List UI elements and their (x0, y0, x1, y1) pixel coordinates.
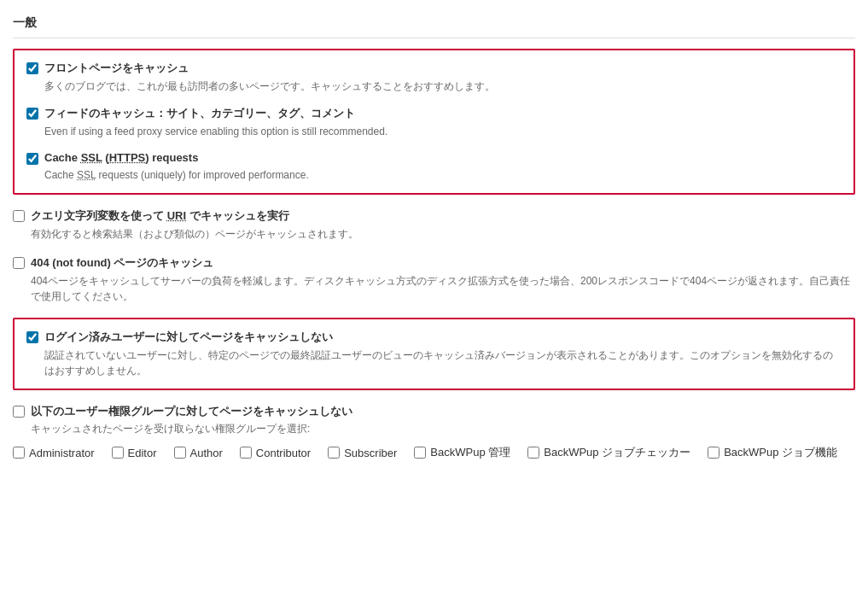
logged-in-cache-checkbox[interactable] (26, 331, 38, 343)
role-backwpup-admin-label: BackWPup 管理 (430, 445, 510, 460)
role-backwpup-worker-checkbox[interactable] (708, 447, 719, 459)
query-cache-label[interactable]: クエリ文字列変数を使って URI でキャッシュを実行 (13, 208, 855, 224)
not-found-cache-checkbox[interactable] (13, 257, 25, 269)
role-backwpup-admin-checkbox[interactable] (414, 447, 426, 459)
https-abbr: HTTPS (109, 151, 146, 164)
highlighted-group-1: フロントページをキャッシュ 多くのブログでは、これが最も訪問者の多いページです。… (13, 49, 855, 195)
not-found-cache-desc: 404ページをキャッシュしてサーバーの負荷を軽減します。ディスクキャッシュ方式の… (31, 273, 855, 304)
query-cache-text: クエリ文字列変数を使って URI でキャッシュを実行 (31, 208, 289, 224)
ssl-cache-text: Cache SSL (HTTPS) requests (44, 151, 198, 164)
logged-in-cache-text: ログイン済みユーザーに対してページをキャッシュしない (44, 330, 333, 345)
logged-in-cache-item: ログイン済みユーザーに対してページをキャッシュしない 認証されていないユーザーに… (26, 330, 842, 378)
frontpage-cache-desc: 多くのブログでは、これが最も訪問者の多いページです。キャッシュすることをおすすめ… (44, 79, 842, 94)
role-subscriber-checkbox[interactable] (328, 447, 340, 459)
logged-in-cache-desc: 認証されていないユーザーに対し、特定のページでの最終認証ユーザーのビューのキャッ… (44, 348, 842, 378)
query-cache-desc: 有効化すると検索結果（および類似の）ページがキャッシュされます。 (31, 226, 855, 242)
frontpage-cache-label[interactable]: フロントページをキャッシュ (26, 61, 842, 76)
query-cache-group: クエリ文字列変数を使って URI でキャッシュを実行 有効化すると検索結果（およ… (13, 208, 855, 242)
role-subscriber: Subscriber (328, 445, 397, 460)
role-backwpup-checker-checkbox[interactable] (527, 447, 539, 459)
roles-grid: Administrator Editor Author Contributor … (13, 445, 855, 465)
role-administrator-checkbox[interactable] (13, 447, 25, 459)
frontpage-cache-text: フロントページをキャッシュ (44, 61, 189, 76)
role-contributor-label: Contributor (256, 447, 311, 459)
feed-cache-label[interactable]: フィードのキャッシュ：サイト、カテゴリー、タグ、コメント (26, 106, 842, 121)
role-contributor-checkbox[interactable] (240, 447, 252, 459)
role-backwpup-worker: BackWPup ジョブ機能 (708, 445, 837, 460)
roles-main-label[interactable]: 以下のユーザー権限グループに対してページをキャッシュしない (13, 404, 855, 419)
role-author: Author (174, 445, 223, 460)
roles-main-checkbox[interactable] (13, 406, 25, 418)
highlighted-group-2: ログイン済みユーザーに対してページをキャッシュしない 認証されていないユーザーに… (13, 318, 855, 390)
roles-desc: キャッシュされたページを受け取らない権限グループを選択: (31, 422, 855, 436)
feed-cache-desc: Even if using a feed proxy service enabl… (44, 124, 842, 139)
ssl-cache-desc: Cache SSL requests (uniquely) for improv… (44, 167, 842, 183)
roles-main-text: 以下のユーザー権限グループに対してページをキャッシュしない (31, 404, 352, 419)
frontpage-cache-checkbox[interactable] (26, 62, 38, 74)
roles-group: 以下のユーザー権限グループに対してページをキャッシュしない キャッシュされたペー… (13, 404, 855, 465)
feed-cache-checkbox[interactable] (26, 108, 38, 120)
not-found-cache-label[interactable]: 404 (not found) ページのキャッシュ (13, 255, 855, 271)
ssl-cache-checkbox[interactable] (26, 153, 38, 165)
role-backwpup-worker-label: BackWPup ジョブ機能 (724, 445, 837, 460)
role-editor-label: Editor (128, 447, 157, 459)
settings-page: 一般 フロントページをキャッシュ 多くのブログでは、これが最も訪問者の多いページ… (0, 0, 868, 602)
role-administrator-label: Administrator (29, 447, 95, 459)
logged-in-desc-text: 認証されていないユーザーに対し、特定のページでの最終認証ユーザーのビューのキャッ… (44, 349, 833, 377)
feed-cache-text: フィードのキャッシュ：サイト、カテゴリー、タグ、コメント (44, 106, 355, 121)
frontpage-cache-item: フロントページをキャッシュ 多くのブログでは、これが最も訪問者の多いページです。… (26, 61, 842, 94)
not-found-cache-text: 404 (not found) ページのキャッシュ (31, 255, 214, 271)
role-editor: Editor (112, 445, 157, 460)
role-administrator: Administrator (13, 445, 95, 460)
role-subscriber-label: Subscriber (344, 447, 397, 459)
ssl-abbr: SSL (81, 151, 102, 164)
ssl-cache-item: Cache SSL (HTTPS) requests Cache SSL req… (26, 151, 842, 183)
role-contributor: Contributor (240, 445, 311, 460)
role-author-label: Author (190, 447, 223, 459)
not-found-cache-group: 404 (not found) ページのキャッシュ 404ページをキャッシュして… (13, 255, 855, 304)
ssl-cache-label[interactable]: Cache SSL (HTTPS) requests (26, 151, 842, 165)
role-author-checkbox[interactable] (174, 447, 186, 459)
ssl-desc-abbr: SSL (77, 169, 96, 181)
section-title: 一般 (13, 9, 855, 38)
role-editor-checkbox[interactable] (112, 447, 124, 459)
role-backwpup-checker: BackWPup ジョブチェッカー (527, 445, 690, 460)
feed-cache-item: フィードのキャッシュ：サイト、カテゴリー、タグ、コメント Even if usi… (26, 106, 842, 139)
role-backwpup-checker-label: BackWPup ジョブチェッカー (544, 445, 690, 460)
logged-in-cache-label[interactable]: ログイン済みユーザーに対してページをキャッシュしない (26, 330, 842, 345)
query-cache-checkbox[interactable] (13, 210, 25, 222)
role-backwpup-admin: BackWPup 管理 (414, 445, 510, 460)
uri-abbr: URI (167, 209, 186, 222)
